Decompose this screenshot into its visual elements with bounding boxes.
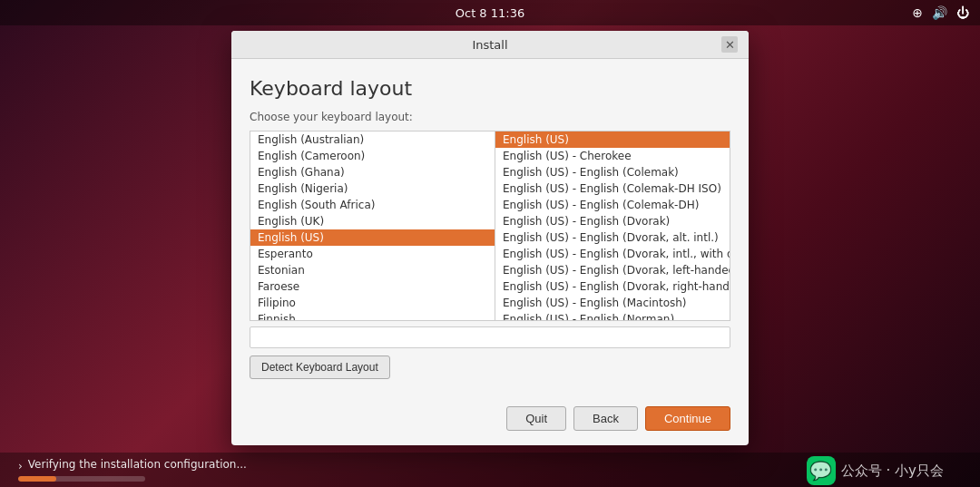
variant-list-item[interactable]: English (US) - English (Dvorak, left-han… (495, 262, 730, 278)
variant-list-item[interactable]: English (US) - English (Colemak-DH ISO) (495, 180, 730, 197)
language-list-item[interactable]: English (Ghana) (250, 164, 495, 180)
language-list-item[interactable]: Filipino (250, 295, 495, 311)
status-text: Verifying the installation configuration… (28, 458, 247, 471)
language-list-item[interactable]: English (UK) (250, 213, 495, 229)
variant-list-item[interactable]: English (US) - Cherokee (495, 148, 730, 164)
dialog-heading: Keyboard layout (250, 77, 730, 100)
variant-list-item[interactable]: English (US) - English (Macintosh) (495, 295, 730, 311)
language-list-item[interactable]: Finnish (250, 311, 495, 320)
continue-button[interactable]: Continue (645, 406, 730, 431)
dialog-body: Keyboard layout Choose your keyboard lay… (231, 59, 749, 397)
language-list-item[interactable]: English (Cameroon) (250, 148, 495, 164)
variant-list-item[interactable]: English (US) - English (Norman) (495, 311, 730, 320)
keyboard-search-input[interactable] (250, 326, 730, 348)
choose-label: Choose your keyboard layout: (250, 111, 730, 123)
variant-list-item[interactable]: English (US) - English (Dvorak, intl., w… (495, 246, 730, 262)
language-list-item[interactable]: English (South Africa) (250, 197, 495, 213)
variant-list-item[interactable]: English (US) (495, 131, 730, 148)
language-list-item[interactable]: English (Australian) (250, 131, 495, 148)
variant-list-item[interactable]: English (US) - English (Dvorak) (495, 213, 730, 229)
topbar-clock: Oct 8 11:36 (456, 6, 524, 20)
back-button[interactable]: Back (573, 406, 638, 431)
language-list-item[interactable]: Esperanto (250, 246, 495, 262)
watermark: 💬 公众号 · 小y只会 (807, 456, 944, 485)
variant-list-item[interactable]: English (US) - English (Dvorak, right-ha… (495, 278, 730, 295)
dialog-title: Install (259, 38, 721, 52)
topbar-right: ⊕ 🔊 ⏻ (912, 5, 969, 20)
network-icon[interactable]: ⊕ (912, 5, 923, 20)
topbar: Oct 8 11:36 ⊕ 🔊 ⏻ (0, 0, 980, 25)
power-icon[interactable]: ⏻ (956, 5, 969, 20)
dialog-footer: Quit Back Continue (231, 397, 749, 445)
variant-list[interactable]: English (US)English (US) - CherokeeEngli… (495, 131, 730, 320)
variant-list-item[interactable]: English (US) - English (Colemak) (495, 164, 730, 180)
progress-bar-fill (18, 476, 56, 482)
dialog-close-button[interactable]: ✕ (721, 36, 738, 53)
language-list-item[interactable]: English (Nigeria) (250, 180, 495, 197)
progress-bar-bg (18, 476, 145, 482)
language-list-item[interactable]: English (US) (250, 229, 495, 246)
language-list-item[interactable]: Faroese (250, 278, 495, 295)
volume-icon[interactable]: 🔊 (932, 5, 947, 20)
watermark-text: 公众号 · 小y只会 (841, 463, 944, 480)
dialog-overlay: Install ✕ Keyboard layout Choose your ke… (0, 25, 980, 487)
language-list-item[interactable]: Estonian (250, 262, 495, 278)
language-list[interactable]: English (Australian)English (Cameroon)En… (250, 131, 495, 320)
dialog-titlebar: Install ✕ (231, 31, 749, 59)
variant-list-item[interactable]: English (US) - English (Dvorak, alt. int… (495, 229, 730, 246)
keyboard-lists: English (Australian)English (Cameroon)En… (250, 131, 730, 321)
variant-list-item[interactable]: English (US) - English (Colemak-DH) (495, 197, 730, 213)
detect-keyboard-button[interactable]: Detect Keyboard Layout (250, 356, 390, 379)
status-inner: › Verifying the installation configurati… (18, 458, 247, 482)
install-dialog: Install ✕ Keyboard layout Choose your ke… (231, 31, 749, 445)
quit-button[interactable]: Quit (506, 406, 566, 431)
wechat-icon: 💬 (807, 456, 836, 485)
